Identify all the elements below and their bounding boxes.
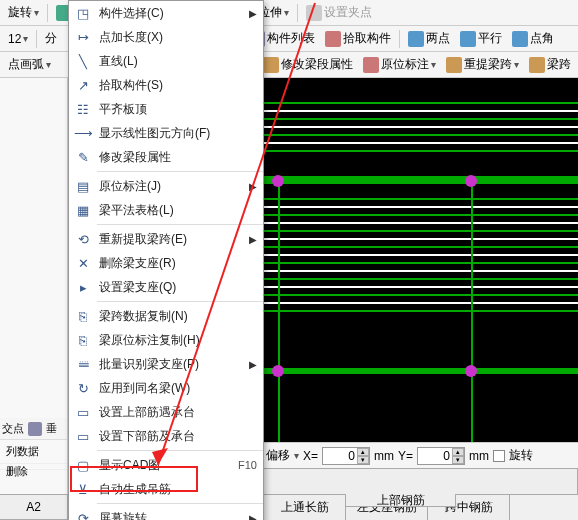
left-toolbar: 交点 垂 bbox=[0, 418, 67, 440]
col-data[interactable]: 列数据 bbox=[0, 440, 67, 464]
menu-item[interactable]: ▤原位标注(J)▶ bbox=[69, 174, 263, 198]
menu-label: 点加长度(X) bbox=[99, 29, 257, 46]
menu-label: 修改梁段属性 bbox=[99, 149, 257, 166]
menu-icon: ⟲ bbox=[73, 229, 93, 249]
menu-icon: ✎ bbox=[73, 147, 93, 167]
menu-item[interactable]: ☷平齐板顶 bbox=[69, 97, 263, 121]
two-point-icon bbox=[408, 31, 424, 47]
menu-icon: ⎘ bbox=[73, 330, 93, 350]
menu-icon: ▦ bbox=[73, 200, 93, 220]
menu-item[interactable]: ↗拾取构件(S) bbox=[69, 73, 263, 97]
separator bbox=[297, 4, 298, 22]
context-menu: ◳构件选择(C)▶↦点加长度(X)╲直线(L)↗拾取构件(S)☷平齐板顶⟶显示线… bbox=[68, 0, 264, 520]
menu-icon: ↻ bbox=[73, 378, 93, 398]
menu-icon: ☷ bbox=[73, 99, 93, 119]
col-top-rebar[interactable]: 上部钢筋 bbox=[346, 494, 456, 507]
draw-arc[interactable]: 点画弧▾ bbox=[4, 54, 55, 75]
menu-label: 梁原位标注复制(H) bbox=[99, 332, 257, 349]
menu-icon: ▭ bbox=[73, 402, 93, 422]
menu-item[interactable]: ⟳屏幕旋转▶ bbox=[69, 506, 263, 520]
menu-item[interactable]: ↦点加长度(X) bbox=[69, 25, 263, 49]
menu-item[interactable]: ▭设置上部筋遇承台 bbox=[69, 400, 263, 424]
beam-span[interactable]: 梁跨 bbox=[525, 54, 575, 75]
menu-icon: ⊻ bbox=[73, 479, 93, 499]
grip-icon bbox=[306, 5, 322, 21]
menu-label: 拾取构件(S) bbox=[99, 77, 257, 94]
vert-label[interactable]: 垂 bbox=[46, 421, 57, 436]
offset-label: 偏移 bbox=[266, 447, 290, 464]
rotate-label: 旋转 bbox=[509, 447, 533, 464]
modify-beam-attr[interactable]: 修改梁段属性 bbox=[259, 54, 357, 75]
menu-item[interactable]: ✎修改梁段属性 bbox=[69, 145, 263, 169]
menu-label: 平齐板顶 bbox=[99, 101, 257, 118]
x-spinner[interactable]: ▴ ▾ bbox=[322, 447, 370, 465]
menu-item[interactable]: ▢显示CAD图F10 bbox=[69, 453, 263, 477]
relift-beam[interactable]: 重提梁跨▾ bbox=[442, 54, 523, 75]
node[interactable] bbox=[465, 365, 477, 377]
menu-icon: ╲ bbox=[73, 51, 93, 71]
level-select[interactable]: 12▾ bbox=[4, 30, 32, 48]
menu-shortcut: F10 bbox=[238, 459, 257, 471]
menu-icon: ⟳ bbox=[73, 508, 93, 520]
two-point[interactable]: 两点 bbox=[404, 28, 454, 49]
menu-label: 原位标注(J) bbox=[99, 178, 245, 195]
spin-down-icon[interactable]: ▾ bbox=[357, 456, 369, 464]
menu-icon: ▸ bbox=[73, 277, 93, 297]
angle-icon bbox=[512, 31, 528, 47]
submenu-arrow-icon: ▶ bbox=[249, 359, 257, 370]
edit-icon bbox=[263, 57, 279, 73]
y-spinner[interactable]: ▴ ▾ bbox=[417, 447, 465, 465]
node[interactable] bbox=[465, 175, 477, 187]
menu-label: 显示CAD图 bbox=[99, 457, 230, 474]
menu-item[interactable]: ◳构件选择(C)▶ bbox=[69, 1, 263, 25]
menu-separator bbox=[97, 224, 263, 225]
menu-icon: ↦ bbox=[73, 27, 93, 47]
parallel[interactable]: 平行 bbox=[456, 28, 506, 49]
menu-item[interactable]: ▦梁平法表格(L) bbox=[69, 198, 263, 222]
spin-down-icon[interactable]: ▾ bbox=[452, 456, 464, 464]
perp-icon[interactable] bbox=[28, 422, 42, 436]
menu-item[interactable]: ↻应用到同名梁(W) bbox=[69, 376, 263, 400]
col-top-long[interactable]: 上通长筋 bbox=[264, 495, 346, 520]
spin-up-icon[interactable]: ▴ bbox=[357, 448, 369, 456]
menu-icon: ⎘ bbox=[73, 306, 93, 326]
left-bottom: A2 bbox=[0, 494, 68, 520]
menu-icon: ↗ bbox=[73, 75, 93, 95]
menu-icon: ✕ bbox=[73, 253, 93, 273]
original-annot[interactable]: 原位标注▾ bbox=[359, 54, 440, 75]
menu-label: 重新提取梁跨(E) bbox=[99, 231, 245, 248]
set-grip-tool[interactable]: 设置夹点 bbox=[302, 2, 376, 23]
menu-item[interactable]: ▭设置下部筋及承台 bbox=[69, 424, 263, 448]
menu-item[interactable]: ⟶显示线性图元方向(F) bbox=[69, 121, 263, 145]
menu-item[interactable]: ▸设置梁支座(Q) bbox=[69, 275, 263, 299]
mm-label: mm bbox=[374, 449, 394, 463]
delete[interactable]: 删除 bbox=[0, 464, 67, 470]
menu-item[interactable]: ✕删除梁支座(R) bbox=[69, 251, 263, 275]
menu-separator bbox=[97, 503, 263, 504]
menu-item[interactable]: ⩸批量识别梁支座(P)▶ bbox=[69, 352, 263, 376]
menu-item[interactable]: ⟲重新提取梁跨(E)▶ bbox=[69, 227, 263, 251]
separator bbox=[399, 30, 400, 48]
menu-item[interactable]: ⊻自动生成吊筋 bbox=[69, 477, 263, 501]
menu-icon: ⟶ bbox=[73, 123, 93, 143]
rotate-checkbox[interactable] bbox=[493, 450, 505, 462]
left-panel: 交点 垂 列数据 删除 bbox=[0, 78, 68, 520]
spin-up-icon[interactable]: ▴ bbox=[452, 448, 464, 456]
rotate-tool[interactable]: 旋转▾ bbox=[4, 2, 43, 23]
mm-label: mm bbox=[469, 449, 489, 463]
node[interactable] bbox=[272, 365, 284, 377]
menu-separator bbox=[97, 171, 263, 172]
point-angle[interactable]: 点角 bbox=[508, 28, 558, 49]
node[interactable] bbox=[272, 175, 284, 187]
menu-label: 屏幕旋转 bbox=[99, 510, 245, 521]
menu-item[interactable]: ╲直线(L) bbox=[69, 49, 263, 73]
menu-label: 显示线性图元方向(F) bbox=[99, 125, 257, 142]
menu-icon: ▭ bbox=[73, 426, 93, 446]
intersect-label[interactable]: 交点 bbox=[2, 421, 24, 436]
pick-component[interactable]: 拾取构件 bbox=[321, 28, 395, 49]
menu-item[interactable]: ⎘梁跨数据复制(N) bbox=[69, 304, 263, 328]
a2-cell[interactable]: A2 bbox=[0, 494, 68, 520]
split-label: 分 bbox=[41, 28, 61, 49]
menu-label: 设置梁支座(Q) bbox=[99, 279, 257, 296]
menu-item[interactable]: ⎘梁原位标注复制(H) bbox=[69, 328, 263, 352]
